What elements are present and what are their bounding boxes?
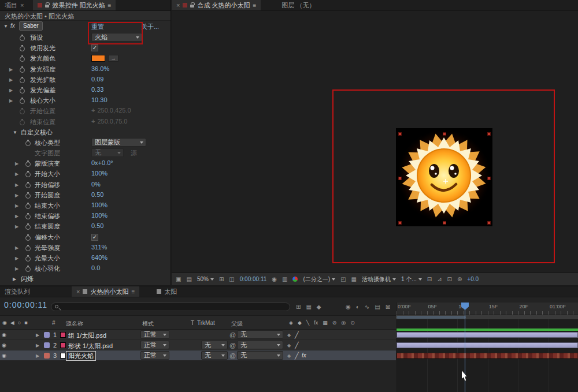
layer-handle[interactable] [443, 132, 446, 136]
parent-dropdown[interactable]: 无 [237, 330, 283, 339]
timeline-toolbar-icon[interactable]: ◆ [317, 304, 321, 310]
column-preserve-transparency[interactable]: T [191, 320, 194, 326]
expand-arrow-icon[interactable]: ▶ [15, 214, 18, 219]
close-icon[interactable]: × [176, 2, 180, 9]
timeline-view-icon[interactable]: ◐ [356, 304, 360, 310]
work-area-segment[interactable] [397, 316, 466, 319]
switches-column-icon[interactable]: ⊙ [350, 320, 355, 326]
layer-arrow-icon[interactable]: ▶ [36, 333, 39, 338]
effect-property-row[interactable]: 偏移大小✓ [0, 232, 171, 242]
av-column-icon[interactable]: ◀ [10, 320, 14, 326]
label-color-chip[interactable] [44, 353, 50, 359]
layer-duration-bar[interactable] [397, 353, 578, 359]
quality-switch-icon[interactable]: ╱ [295, 342, 299, 349]
time-ruler[interactable]: 0:00F05F10F15F20F01:00F [396, 303, 578, 315]
property-value[interactable]: 0.50 [91, 222, 103, 229]
property-value[interactable]: 311% [91, 244, 107, 251]
property-dropdown[interactable]: 火焰 [91, 33, 142, 42]
property-value[interactable]: 640% [91, 254, 108, 261]
effect-property-row[interactable]: ▶蒙版演变0x+0.0° [0, 158, 171, 169]
effect-property-row[interactable]: 发光颜色→ [0, 53, 171, 64]
search-input[interactable] [51, 303, 290, 311]
tab-sun-comp[interactable]: 太阳 [152, 286, 181, 297]
camera-view-select[interactable]: 活动摄像机 [362, 275, 396, 283]
column-number[interactable]: # [52, 320, 55, 326]
current-timecode[interactable]: 0:00:00:11 [4, 300, 47, 309]
label-color-chip[interactable] [44, 342, 50, 348]
trkmat-dropdown[interactable]: 无 [201, 351, 228, 360]
tab-layer[interactable]: 图层 （无） [277, 0, 320, 10]
stopwatch-icon[interactable] [20, 87, 25, 93]
exposure-icon[interactable]: ⊛ [457, 276, 462, 282]
stopwatch-icon[interactable] [25, 192, 31, 198]
trkmat-dropdown[interactable]: 无 [201, 341, 228, 349]
fast-preview-icon[interactable]: ⊿ [437, 276, 442, 282]
timeline-layer-row[interactable]: ◉▶2形状 1/太阳.psd正常无@无◆╱ [0, 340, 396, 350]
label-color-chip[interactable] [44, 332, 50, 338]
effect-property-row[interactable]: 核心类型图层蒙版 [0, 137, 171, 148]
timeline-view-icon[interactable]: ◉ [346, 304, 351, 310]
layer-arrow-icon[interactable]: ▶ [36, 343, 39, 348]
switches-column-icon[interactable]: ▦ [323, 320, 328, 326]
monitor-icon[interactable]: ▣ [176, 276, 181, 282]
effect-name[interactable]: Saber [19, 21, 43, 31]
expand-arrow-icon[interactable]: ▶ [15, 224, 18, 229]
about-button[interactable]: 关于... [141, 23, 159, 31]
work-area-bar[interactable] [396, 315, 578, 319]
effect-property-row[interactable]: ▶结束圆度0.50 [0, 221, 171, 232]
property-value[interactable]: 100% [91, 201, 108, 208]
expand-arrow-icon[interactable]: ▶ [9, 98, 13, 103]
property-value[interactable]: 100% [91, 170, 108, 177]
effect-property-row[interactable]: ▶开始圆度0.50 [0, 190, 171, 200]
expand-arrow-icon[interactable]: ▶ [9, 88, 13, 93]
stopwatch-icon[interactable] [20, 55, 25, 61]
property-value[interactable]: 0.0 [91, 264, 100, 271]
preview-timecode[interactable]: 0:00:00:11 [240, 276, 267, 282]
stopwatch-icon[interactable] [20, 45, 25, 51]
timeline-view-icon[interactable]: ⊠ [386, 304, 390, 310]
layer-handle[interactable] [487, 177, 491, 180]
stopwatch-icon[interactable] [20, 66, 25, 72]
effect-property-row[interactable]: ▶发光扩散0.09 [0, 74, 171, 85]
av-column-icon[interactable]: ◉ [2, 320, 7, 326]
stopwatch-icon[interactable] [25, 140, 31, 145]
tab-effect-controls[interactable]: 效果控件 阳光火焰 ≡ [33, 0, 116, 10]
stopwatch-icon[interactable] [25, 171, 31, 177]
group-arrow-icon[interactable]: ▼ [13, 130, 17, 135]
parent-dropdown[interactable]: 无 [237, 351, 283, 360]
expand-arrow-icon[interactable]: ▶ [15, 245, 18, 251]
blend-mode-dropdown[interactable]: 正常 [140, 341, 169, 349]
switches-column-icon[interactable]: ◎ [341, 320, 346, 326]
tab-composition[interactable]: × 合成 火热的小太阳 ≡ [172, 0, 261, 10]
tab-render-queue[interactable]: 渲染队列 [0, 286, 35, 297]
checkbox[interactable]: ✓ [91, 44, 98, 51]
column-parent[interactable]: 父级 [231, 320, 243, 328]
layer-duration-bar[interactable] [397, 342, 578, 348]
timeline-layer-row[interactable]: ◉▶1组 1/太阳.psd正常@无◆╱ [0, 330, 396, 340]
grid-guides-icon[interactable]: ⊞ [219, 276, 224, 282]
effect-property-row[interactable]: ▶发光强度36.0% [0, 64, 171, 74]
property-value[interactable]: 0.09 [91, 76, 103, 83]
stopwatch-icon[interactable] [25, 182, 31, 188]
stopwatch-icon[interactable] [20, 108, 25, 114]
effect-property-row[interactable]: ▶结束偏移100% [0, 211, 171, 221]
stopwatch-icon[interactable] [25, 203, 31, 208]
exposure-value[interactable]: +0.0 [467, 276, 479, 282]
show-snapshot-icon[interactable]: ▥ [282, 276, 287, 282]
effect-property-row[interactable]: ▶核心羽化0.0 [0, 263, 171, 274]
layer-handle[interactable] [443, 221, 446, 225]
effect-property-row[interactable]: 开始位置+250.0,425.0 [0, 106, 171, 116]
parent-dropdown[interactable]: 无 [237, 341, 283, 349]
tab-timeline-comp[interactable]: × 火热的小太阳 ≡ [72, 286, 139, 297]
snapshot-icon[interactable]: ◉ [272, 276, 277, 282]
quality-switch-icon[interactable]: ╱ [295, 352, 299, 360]
effect-property-row[interactable]: 使用发光✓ [0, 43, 171, 53]
tab-project[interactable]: 项目 × [0, 0, 28, 10]
effect-property-row[interactable]: ▶核心大小10.30 [0, 95, 171, 106]
effect-expand-arrow[interactable]: ▼ [3, 24, 8, 29]
expand-arrow-icon[interactable]: ▶ [15, 171, 18, 177]
region-of-interest-icon[interactable]: ◰ [340, 276, 346, 282]
layer-handle[interactable] [398, 221, 402, 225]
av-column-icon[interactable]: ○ [18, 320, 21, 326]
effect-property-row[interactable]: 文字图层无源 [0, 148, 171, 158]
